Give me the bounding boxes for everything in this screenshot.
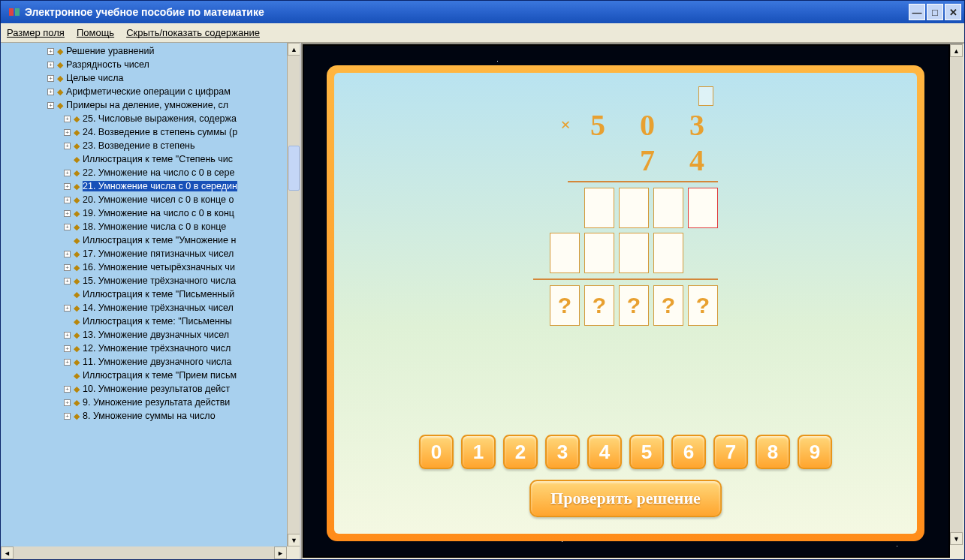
expand-icon[interactable]: + [64, 386, 71, 393]
toc-item[interactable]: +◆11. Умножение двузначного числа [1, 355, 300, 369]
toc-tree[interactable]: +◆Решение уравнений+◆Разрядность чисел+◆… [1, 43, 300, 546]
digit-button-3[interactable]: 3 [545, 435, 580, 469]
answer-cell[interactable] [550, 233, 580, 273]
toc-item[interactable]: +◆18. Умножение числа с 0 в конце [1, 220, 300, 233]
expand-icon[interactable]: + [64, 183, 71, 190]
answer-cell[interactable] [584, 233, 614, 273]
expand-icon[interactable]: + [64, 305, 71, 312]
toc-item[interactable]: +◆Примеры на деление, умножение, сл [1, 98, 300, 112]
digit-button-4[interactable]: 4 [587, 435, 622, 469]
result-cell[interactable]: ? [550, 285, 580, 326]
expand-icon[interactable]: + [64, 224, 71, 230]
toc-item[interactable]: +◆21. Умножение числа с 0 в середин [1, 179, 300, 193]
digit-button-8[interactable]: 8 [755, 435, 790, 469]
toc-item[interactable]: +◆24. Возведение в степень суммы (р [1, 125, 300, 139]
expand-icon[interactable]: + [64, 197, 71, 203]
scroll-left-button[interactable]: ◄ [1, 546, 14, 559]
expand-icon[interactable]: + [64, 170, 71, 176]
topic-icon: ◆ [74, 236, 80, 245]
result-cell[interactable]: ? [619, 285, 649, 326]
answer-cell[interactable] [653, 233, 683, 273]
toc-item[interactable]: +◆16. Умножение четырёхзначных чи [1, 260, 300, 274]
topic-icon: ◆ [74, 168, 80, 178]
toc-item[interactable]: ◆Иллюстрация к теме "Умножение н [1, 233, 300, 247]
result-cell[interactable]: ? [653, 285, 683, 326]
menu-help[interactable]: Помощь [77, 27, 114, 38]
expand-icon[interactable]: + [64, 210, 71, 217]
answer-cell-active[interactable] [688, 188, 718, 228]
toc-item[interactable]: +◆17. Умножение пятизначных чисел [1, 247, 300, 260]
digit-button-9[interactable]: 9 [798, 435, 832, 469]
scroll-right-button[interactable]: ► [274, 546, 287, 559]
answer-cell[interactable] [619, 188, 649, 228]
expand-icon[interactable]: + [64, 143, 71, 149]
toc-item[interactable]: ◆Иллюстрация к теме "Письменный [1, 288, 300, 301]
menu-toggle-toc[interactable]: Скрыть/показать содержание [126, 27, 260, 38]
expand-icon[interactable]: + [47, 62, 54, 68]
answer-cell[interactable] [619, 233, 649, 273]
content-scroll-up[interactable]: ▲ [950, 44, 963, 57]
toc-item[interactable]: +◆23. Возведение в степень [1, 139, 300, 152]
toc-item[interactable]: ◆Иллюстрация к теме: "Письменны [1, 315, 300, 328]
digit-button-1[interactable]: 1 [461, 435, 496, 469]
expand-icon[interactable]: + [64, 399, 71, 406]
digit-button-5[interactable]: 5 [629, 435, 664, 469]
digit-button-2[interactable]: 2 [503, 435, 538, 469]
expand-icon[interactable]: + [64, 251, 71, 257]
content-scroll-down[interactable]: ▼ [950, 532, 963, 545]
scroll-thumb-vertical[interactable] [288, 146, 300, 191]
result-cell[interactable]: ? [688, 285, 718, 326]
toc-item[interactable]: +◆Решение уравнений [1, 44, 300, 58]
answer-cell[interactable] [653, 188, 683, 228]
expand-icon[interactable]: + [64, 129, 71, 136]
expand-icon[interactable]: + [64, 116, 71, 122]
toc-item[interactable]: +◆8. Умножение суммы на число [1, 409, 300, 423]
expand-icon[interactable]: + [64, 413, 71, 420]
digit-button-7[interactable]: 7 [713, 435, 748, 469]
expand-icon[interactable]: + [47, 75, 54, 82]
toc-item[interactable]: +◆10. Умножение результатов дейст [1, 382, 300, 396]
toc-item[interactable]: +◆Целые числа [1, 71, 300, 85]
toc-item[interactable]: +◆Арифметические операции с цифрам [1, 85, 300, 98]
expand-icon[interactable]: + [47, 89, 54, 95]
result-cell[interactable]: ? [584, 285, 614, 326]
close-button[interactable]: ✕ [945, 4, 961, 20]
tree-scrollbar-vertical[interactable]: ▲ ▼ [287, 43, 300, 546]
toc-item[interactable]: ◆Иллюстрация к теме "Прием письм [1, 369, 300, 382]
app-window: Электронное учебное пособие по математик… [0, 0, 965, 560]
expand-icon[interactable]: + [47, 48, 54, 55]
scroll-up-button[interactable]: ▲ [288, 43, 300, 56]
toc-item[interactable]: +◆19. Умножение на число с 0 в конц [1, 206, 300, 220]
expand-icon[interactable]: + [64, 359, 71, 366]
toc-item[interactable]: +◆14. Умножение трёхзначных чисел [1, 301, 300, 315]
minimize-button[interactable]: — [909, 4, 925, 20]
check-solution-button[interactable]: Проверить решение [529, 480, 722, 517]
toc-item[interactable]: +◆22. Умножение на число с 0 в сере [1, 166, 300, 179]
answer-cell[interactable] [584, 188, 614, 228]
digit-button-6[interactable]: 6 [671, 435, 706, 469]
scroll-track-horizontal[interactable] [14, 546, 274, 559]
toc-item[interactable]: +◆13. Умножение двузначных чисел [1, 328, 300, 342]
toc-item[interactable]: ◆Иллюстрация к теме "Степень чис [1, 152, 300, 166]
toc-item[interactable]: +◆20. Умножение чисел с 0 в конце о [1, 193, 300, 206]
menu-field-size[interactable]: Размер поля [7, 27, 65, 38]
topic-icon: ◆ [57, 47, 63, 56]
toc-item[interactable]: +◆12. Умножение трёхзначного числ [1, 342, 300, 355]
expand-icon[interactable]: + [47, 102, 54, 109]
expand-icon[interactable]: + [64, 264, 71, 271]
toc-item[interactable]: +◆15. Умножение трёхзначного числа [1, 274, 300, 288]
toc-item-label: 10. Умножение результатов дейст [83, 384, 230, 394]
carry-box[interactable] [698, 86, 713, 106]
toc-item[interactable]: +◆9. Умножение результата действи [1, 396, 300, 409]
expand-icon[interactable]: + [64, 332, 71, 339]
maximize-button[interactable]: □ [927, 4, 943, 20]
scroll-down-button[interactable]: ▼ [288, 534, 300, 546]
expand-icon[interactable]: + [64, 278, 71, 285]
toc-item-label: 18. Умножение числа с 0 в конце [83, 221, 226, 232]
toc-item[interactable]: +◆Разрядность чисел [1, 58, 300, 71]
content-scrollbar-vertical[interactable]: ▲ ▼ [950, 44, 963, 545]
expand-icon[interactable]: + [64, 345, 71, 352]
digit-button-0[interactable]: 0 [419, 435, 454, 469]
tree-scrollbar-horizontal[interactable]: ◄ ► [1, 546, 300, 559]
toc-item[interactable]: +◆25. Числовые выражения, содержа [1, 112, 300, 125]
